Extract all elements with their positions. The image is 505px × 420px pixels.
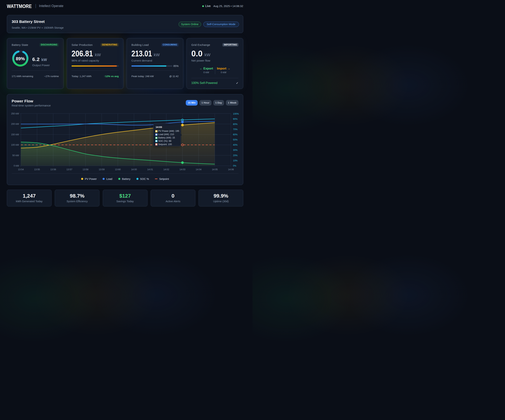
svg-text:40%: 40% [233, 144, 238, 146]
svg-text:89%: 89% [16, 56, 25, 61]
svg-text:14:04: 14:04 [196, 168, 202, 171]
svg-text:14:03: 14:03 [179, 168, 185, 171]
svg-text:50%: 50% [233, 139, 238, 141]
svg-text:13:57: 13:57 [67, 168, 72, 171]
svg-text:70%: 70% [233, 128, 238, 131]
svg-text:150 kW: 150 kW [11, 133, 19, 136]
svg-text:200 kW: 200 kW [11, 123, 19, 125]
svg-text:20%: 20% [233, 154, 238, 157]
svg-text:30%: 30% [233, 149, 238, 151]
svg-text:250 kW: 250 kW [11, 112, 19, 115]
svg-text:10%: 10% [233, 159, 238, 162]
svg-text:13:55: 13:55 [34, 168, 40, 171]
svg-text:14:05: 14:05 [212, 168, 218, 171]
svg-text:60%: 60% [233, 133, 238, 136]
svg-text:13:58: 13:58 [83, 168, 88, 171]
svg-text:0 kW: 0 kW [14, 165, 19, 167]
svg-text:100%: 100% [233, 112, 239, 115]
svg-text:13:60: 13:60 [115, 168, 121, 171]
svg-text:14:00: 14:00 [131, 168, 137, 171]
svg-text:13:56: 13:56 [50, 168, 56, 171]
svg-text:50 kW: 50 kW [13, 154, 19, 157]
svg-text:14:06: 14:06 [228, 168, 234, 171]
svg-text:14:02: 14:02 [164, 168, 169, 171]
svg-text:100 kW: 100 kW [11, 144, 19, 146]
svg-text:80%: 80% [233, 123, 238, 125]
svg-text:13:59: 13:59 [99, 168, 104, 171]
svg-text:13:54: 13:54 [18, 168, 24, 171]
svg-text:0%: 0% [233, 164, 236, 167]
svg-text:14:01: 14:01 [147, 168, 153, 171]
svg-text:90%: 90% [233, 118, 238, 120]
